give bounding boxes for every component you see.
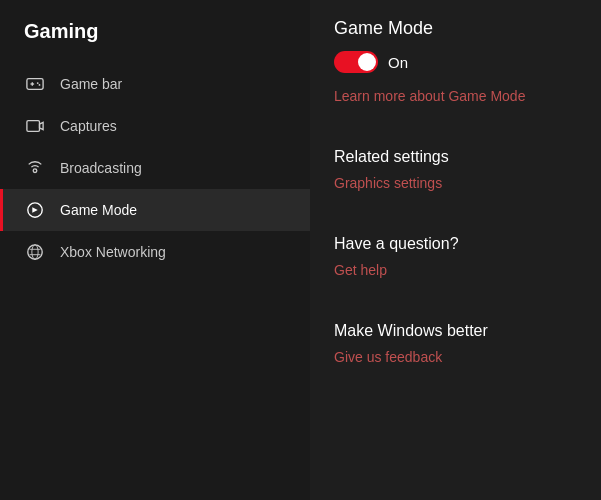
svg-point-7 bbox=[33, 169, 37, 173]
sidebar-label-xbox-networking: Xbox Networking bbox=[60, 244, 166, 260]
sidebar-item-game-bar[interactable]: Game bar bbox=[0, 63, 310, 105]
game-mode-toggle-row: On bbox=[334, 51, 577, 73]
svg-point-3 bbox=[37, 82, 39, 84]
toggle-on-label: On bbox=[388, 54, 408, 71]
graphics-settings-link[interactable]: Graphics settings bbox=[334, 175, 442, 191]
xbox-networking-icon bbox=[24, 241, 46, 263]
give-feedback-link[interactable]: Give us feedback bbox=[334, 349, 442, 365]
have-question-heading: Have a question? bbox=[334, 235, 577, 253]
sidebar-label-captures: Captures bbox=[60, 118, 117, 134]
sidebar-item-game-mode[interactable]: Game Mode bbox=[0, 189, 310, 231]
game-mode-heading: Game Mode bbox=[334, 18, 577, 39]
sidebar: Gaming Game bar Captures bbox=[0, 0, 310, 500]
related-settings-heading: Related settings bbox=[334, 148, 577, 166]
make-better-heading: Make Windows better bbox=[334, 322, 577, 340]
get-help-link[interactable]: Get help bbox=[334, 262, 387, 278]
svg-point-9 bbox=[28, 245, 42, 259]
svg-marker-6 bbox=[40, 122, 44, 129]
game-mode-icon bbox=[24, 199, 46, 221]
sidebar-label-broadcasting: Broadcasting bbox=[60, 160, 142, 176]
broadcasting-icon bbox=[24, 157, 46, 179]
sidebar-item-captures[interactable]: Captures bbox=[0, 105, 310, 147]
game-mode-section: Game Mode On Learn more about Game Mode bbox=[334, 18, 577, 132]
svg-point-4 bbox=[39, 84, 41, 86]
svg-rect-0 bbox=[27, 79, 43, 90]
make-better-section: Make Windows better Give us feedback bbox=[334, 322, 577, 393]
svg-rect-5 bbox=[27, 121, 40, 132]
have-question-section: Have a question? Get help bbox=[334, 235, 577, 306]
sidebar-title: Gaming bbox=[0, 20, 310, 63]
learn-more-link[interactable]: Learn more about Game Mode bbox=[334, 88, 525, 104]
sidebar-label-game-bar: Game bar bbox=[60, 76, 122, 92]
sidebar-item-xbox-networking[interactable]: Xbox Networking bbox=[0, 231, 310, 273]
related-settings-section: Related settings Graphics settings bbox=[334, 148, 577, 219]
main-content: Game Mode On Learn more about Game Mode … bbox=[310, 0, 601, 500]
game-mode-toggle[interactable] bbox=[334, 51, 378, 73]
svg-point-12 bbox=[32, 245, 38, 259]
captures-icon bbox=[24, 115, 46, 137]
game-bar-icon bbox=[24, 73, 46, 95]
sidebar-label-game-mode: Game Mode bbox=[60, 202, 137, 218]
sidebar-item-broadcasting[interactable]: Broadcasting bbox=[0, 147, 310, 189]
